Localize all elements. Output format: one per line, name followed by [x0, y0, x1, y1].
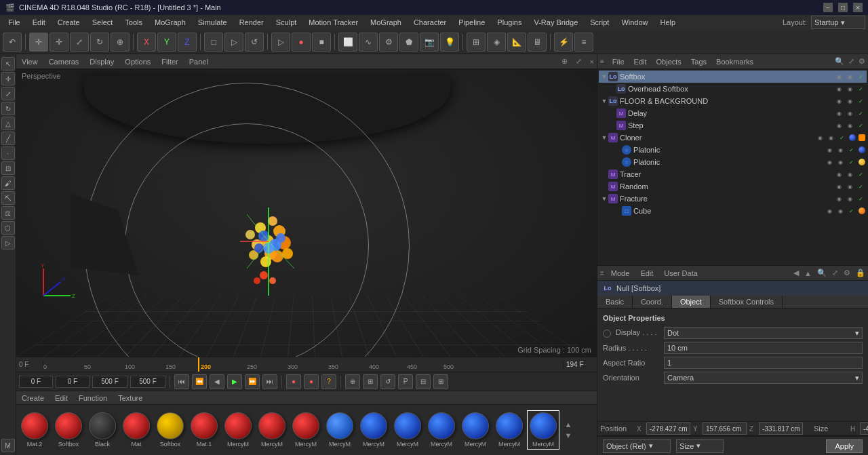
sidebar-edge-icon[interactable]: ╱ — [1, 132, 15, 145]
material-mat[interactable]: Mat — [121, 411, 152, 449]
obj-render-icon[interactable]: ◉ — [835, 157, 845, 167]
obj-render-icon[interactable]: ◉ — [826, 133, 835, 142]
xpresso-button[interactable]: ⚡ — [554, 33, 573, 52]
mat-edit-menu[interactable]: Edit — [52, 394, 71, 402]
obj-row-floor[interactable]: ▼ Lo FLOOR & BACKGROUND ◉ ◉ ✓ — [599, 95, 867, 107]
prop-lock-icon[interactable]: 🔒 — [856, 269, 865, 277]
z-axis-button[interactable]: Z — [178, 33, 197, 52]
obj-render-icon[interactable]: ◉ — [845, 121, 854, 130]
menu-create[interactable]: Create — [52, 17, 85, 28]
menu-simulate[interactable]: Simulate — [193, 17, 233, 28]
material-mercy9[interactable]: MercyM — [494, 411, 525, 449]
menu-edit[interactable]: Edit — [27, 17, 51, 28]
stop-button[interactable]: ■ — [312, 33, 331, 52]
prop-expand-icon[interactable]: ⤢ — [832, 269, 838, 277]
mode3-button[interactable]: ↺ — [245, 33, 264, 52]
frame-btn[interactable]: ⊞ — [433, 374, 448, 389]
viewport[interactable]: Z Y X — [16, 69, 597, 357]
obj-vis-icon[interactable]: ◉ — [825, 145, 834, 155]
obj-render-icon[interactable]: ◉ — [845, 72, 854, 81]
play-forward-button[interactable]: ▶ — [227, 374, 242, 389]
obj-file-menu[interactable]: File — [608, 56, 629, 67]
sidebar-point-icon[interactable]: · — [1, 146, 15, 160]
obj-objects-menu[interactable]: Objects — [652, 56, 686, 67]
obj-vis-icon[interactable]: ◉ — [834, 108, 844, 118]
prop-search-icon[interactable]: 🔍 — [817, 269, 827, 277]
material-mercy5[interactable]: MercyM — [358, 411, 389, 449]
obj-render-icon[interactable]: ◉ — [845, 84, 854, 94]
obj-row-overhead[interactable]: Lo Overhead Softbox ◉ ◉ ✓ — [599, 83, 867, 95]
obj-row-cloner[interactable]: ▼ M Cloner ◉ ◉ ✓ — [599, 132, 867, 144]
obj-active-icon[interactable]: ✓ — [856, 121, 865, 130]
timeline-cursor[interactable] — [198, 357, 199, 372]
prop-tab-softbox[interactable]: Softbox Controls — [711, 296, 783, 308]
transform-button[interactable]: ⊕ — [111, 33, 130, 52]
record-pos-button[interactable]: ● — [304, 374, 319, 389]
transport-max-field[interactable] — [130, 376, 165, 388]
prop-tab-object[interactable]: Object — [672, 296, 711, 308]
menu-tools[interactable]: Tools — [119, 17, 148, 28]
obj-render-icon[interactable]: ◉ — [835, 145, 845, 155]
material-softbox2[interactable]: Softbox — [155, 411, 186, 449]
close-button[interactable]: × — [853, 3, 863, 12]
obj-search-icon[interactable]: 🔍 — [835, 57, 844, 66]
maximize-button[interactable]: □ — [838, 3, 848, 12]
obj-vis-icon[interactable]: ◉ — [834, 194, 844, 203]
mat-function-menu[interactable]: Function — [76, 394, 110, 402]
snap-key-button[interactable]: ⊕ — [345, 374, 360, 389]
material-mat1[interactable]: Mat.1 — [189, 411, 220, 449]
obj-row-platonic2[interactable]: ○ Platonic ◉ ◉ ✓ — [599, 156, 867, 168]
obj-active-icon[interactable]: ✓ — [846, 206, 856, 216]
mat-scroll-up-icon[interactable]: ▲ — [565, 420, 572, 429]
render-view-button[interactable]: 🖥 — [528, 33, 547, 52]
x-axis-button[interactable]: X — [137, 33, 156, 52]
obj-row-fracture[interactable]: ▼ M Fracture ◉ ◉ ✓ — [599, 193, 867, 205]
material-mercy3[interactable]: MercyM — [290, 411, 321, 449]
menu-mograph2[interactable]: MoGraph — [365, 17, 407, 28]
sidebar-select-icon[interactable]: ↖ — [1, 57, 15, 71]
menu-vray[interactable]: V-Ray Bridge — [528, 17, 583, 28]
y-axis-button[interactable]: Y — [157, 33, 176, 52]
goto-end-button[interactable]: ⏭ — [262, 374, 277, 389]
obj-vis-icon[interactable]: ◉ — [825, 206, 834, 216]
obj-bookmarks-menu[interactable]: Bookmarks — [712, 56, 757, 67]
menu-character[interactable]: Character — [408, 17, 452, 28]
prop-radius-input[interactable] — [667, 344, 859, 352]
menu-file[interactable]: File — [3, 17, 26, 28]
obj-row-random[interactable]: M Random ◉ ◉ ✓ — [599, 180, 867, 193]
menu-window[interactable]: Window — [616, 17, 653, 28]
material-mercy2[interactable]: MercyM — [256, 411, 288, 449]
material-mercy8[interactable]: MercyM — [460, 411, 491, 449]
light-button[interactable]: 💡 — [440, 33, 459, 52]
snap-all-button[interactable]: ⊞ — [363, 374, 378, 389]
play-back-button[interactable]: ◀ — [210, 374, 224, 389]
material-black[interactable]: Black — [87, 411, 118, 449]
vp-nav-icon[interactable]: ⊕ — [561, 57, 568, 66]
position-z-input[interactable] — [759, 422, 803, 435]
sidebar-move-icon[interactable]: ✛ — [1, 72, 15, 85]
obj-active-icon[interactable]: ✓ — [856, 182, 865, 191]
sidebar-sculpt-icon[interactable]: ⛏ — [1, 191, 15, 205]
layout-dropdown[interactable]: Startup ▾ — [811, 16, 865, 29]
menu-render[interactable]: Render — [234, 17, 269, 28]
prop-mode-menu[interactable]: Mode — [607, 268, 634, 279]
obj-active-icon[interactable]: ✓ — [856, 108, 865, 118]
mat-scroll-down-icon[interactable]: ▼ — [565, 431, 572, 439]
key-loop-button[interactable]: ↺ — [380, 374, 395, 389]
obj-render-icon[interactable]: ◉ — [845, 182, 854, 191]
material-mercy10[interactable]: MercyM — [528, 411, 559, 449]
material-mercy7[interactable]: MercyM — [426, 411, 457, 449]
mat-create-menu[interactable]: Create — [19, 394, 47, 402]
prop-orientation-dropdown[interactable]: Camera ▾ — [664, 372, 863, 384]
obj-active-icon[interactable]: ✓ — [856, 84, 865, 94]
camera-button[interactable]: 📷 — [420, 33, 439, 52]
spline-button[interactable]: ∿ — [359, 33, 378, 52]
vp-options-menu[interactable]: Options — [122, 58, 153, 66]
obj-gear-icon[interactable]: ⚙ — [859, 57, 865, 66]
obj-row-delay[interactable]: M Delay ◉ ◉ ✓ — [599, 107, 867, 119]
prop-aspect-input[interactable] — [667, 359, 859, 367]
obj-active-icon[interactable]: ✓ — [856, 72, 865, 81]
timeline-ruler[interactable]: 0 50 100 150 200 250 300 350 400 450 500 — [43, 357, 563, 372]
obj-vis-icon[interactable]: ◉ — [834, 84, 844, 94]
obj-active-icon[interactable]: ✓ — [856, 96, 865, 106]
